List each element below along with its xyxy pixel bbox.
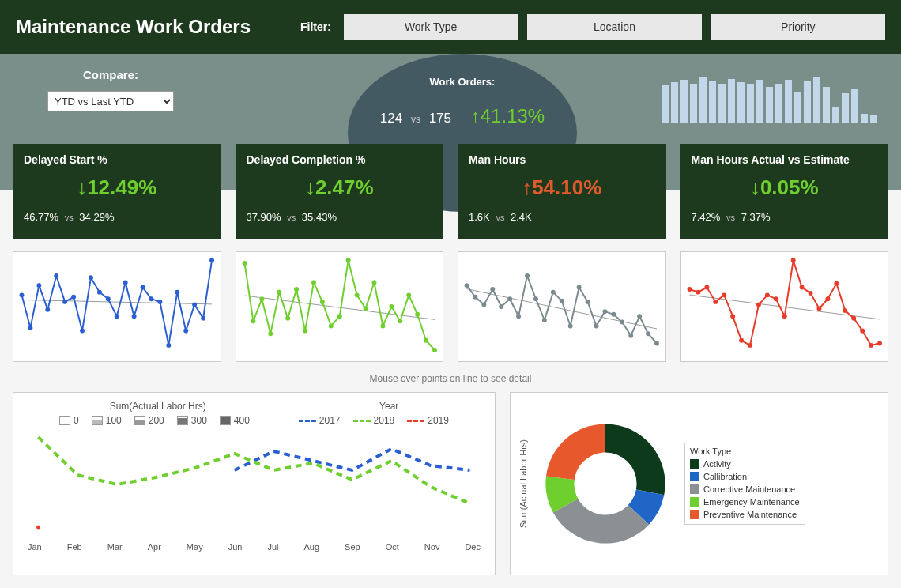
- svg-point-92: [851, 316, 856, 321]
- kpi-delayed-start[interactable]: Delayed Start % ↓12.49% 46.77% vs 34.29%: [13, 144, 221, 239]
- svg-point-47: [432, 348, 437, 352]
- svg-point-14: [132, 314, 137, 318]
- legend-size-title: Sum(Actual Labor Hrs): [110, 401, 206, 412]
- svg-point-87: [808, 291, 812, 296]
- size-legend-item: 200: [149, 415, 164, 426]
- filter-location-button[interactable]: Location: [527, 14, 701, 40]
- kpi-a: 7.42%: [692, 211, 721, 223]
- hover-hint: Mouse over points on line to see detail: [0, 373, 901, 384]
- svg-point-36: [337, 314, 341, 318]
- svg-point-52: [490, 287, 495, 292]
- svg-point-80: [748, 343, 752, 348]
- svg-point-97: [574, 452, 636, 514]
- year-legend-item: 2019: [428, 415, 449, 426]
- sparkline-delayed-completion[interactable]: [236, 251, 444, 362]
- kpi-a: 1.6K: [469, 211, 490, 223]
- svg-point-23: [209, 258, 214, 262]
- svg-point-68: [628, 334, 633, 338]
- svg-point-27: [259, 296, 264, 301]
- svg-point-93: [860, 329, 865, 334]
- compare-block: Compare: YTD vs Last YTD: [0, 68, 221, 111]
- svg-point-41: [380, 323, 385, 328]
- kpi-pct: ↓2.47%: [247, 175, 433, 200]
- svg-point-7: [71, 295, 76, 300]
- svg-point-15: [141, 285, 145, 290]
- vs-label: vs: [65, 213, 74, 222]
- compare-select[interactable]: YTD vs Last YTD: [47, 91, 174, 111]
- kpi-title: Man Hours Actual vs Estimate: [692, 153, 878, 166]
- svg-point-65: [602, 309, 607, 314]
- header: Maintenance Work Orders Filter: Work Typ…: [0, 0, 901, 54]
- svg-point-63: [586, 300, 590, 304]
- svg-point-55: [516, 314, 521, 318]
- svg-point-64: [594, 323, 599, 328]
- svg-point-22: [201, 316, 205, 321]
- svg-point-25: [242, 261, 247, 266]
- svg-point-90: [834, 281, 839, 286]
- filter-priority-button[interactable]: Priority: [711, 14, 885, 40]
- svg-point-13: [123, 280, 128, 285]
- svg-point-86: [799, 285, 804, 290]
- month-axis: JanFebMarAprMayJunJulAugSepOctNovDec: [23, 542, 485, 552]
- kpi-pct: ↓12.49%: [24, 175, 210, 200]
- size-legend-item: 0: [74, 415, 79, 426]
- filter-buttons: Work Type Location Priority: [344, 14, 885, 40]
- monthly-labor-chart[interactable]: Sum(Actual Labor Hrs) Year 0 100 200 300…: [13, 392, 496, 575]
- svg-point-62: [577, 285, 582, 290]
- svg-point-56: [525, 273, 530, 278]
- svg-point-58: [542, 318, 547, 322]
- svg-point-45: [415, 312, 420, 317]
- svg-point-39: [363, 306, 368, 311]
- svg-point-38: [354, 292, 359, 297]
- svg-point-53: [499, 304, 503, 309]
- svg-point-30: [285, 316, 290, 321]
- pie-ylabel: Sum(Actual Labor Hrs): [518, 439, 528, 528]
- svg-point-31: [294, 287, 299, 292]
- svg-point-82: [764, 292, 769, 297]
- vs-label: vs: [287, 213, 296, 222]
- svg-point-77: [722, 292, 726, 297]
- page-title: Maintenance Work Orders: [16, 16, 300, 38]
- svg-point-76: [713, 300, 718, 304]
- svg-point-42: [389, 304, 394, 309]
- svg-point-17: [157, 300, 162, 304]
- vs-label: vs: [726, 213, 735, 222]
- svg-point-51: [481, 303, 486, 307]
- svg-point-35: [328, 323, 333, 328]
- legend-year-title: Year: [379, 401, 398, 412]
- year-legend-item: 2018: [374, 415, 395, 426]
- svg-point-21: [192, 303, 197, 307]
- filter-worktype-button[interactable]: Work Type: [344, 14, 518, 40]
- kpi-row: Delayed Start % ↓12.49% 46.77% vs 34.29%…: [13, 144, 888, 239]
- sparkline-man-hours-estimate[interactable]: [680, 251, 889, 362]
- kpi-title: Man Hours: [469, 153, 655, 166]
- svg-point-8: [80, 329, 85, 334]
- work-orders-a: 124: [380, 111, 402, 126]
- kpi-title: Delayed Completion %: [247, 153, 433, 166]
- svg-point-70: [646, 331, 650, 336]
- svg-point-67: [620, 320, 624, 325]
- size-legend-item: 100: [106, 415, 122, 426]
- kpi-b: 35.43%: [302, 211, 337, 223]
- kpi-man-hours[interactable]: Man Hours ↑54.10% 1.6K vs 2.4K: [458, 144, 666, 239]
- filter-label: Filter:: [300, 21, 331, 33]
- kpi-compare: 37.90% vs 35.43%: [247, 211, 433, 223]
- svg-point-83: [773, 296, 778, 301]
- kpi-b: 7.37%: [741, 211, 771, 223]
- svg-point-2: [28, 326, 32, 330]
- kpi-man-hours-estimate[interactable]: Man Hours Actual vs Estimate ↓0.05% 7.42…: [680, 144, 889, 239]
- svg-point-10: [97, 290, 102, 295]
- svg-point-37: [345, 258, 350, 262]
- kpi-delayed-completion[interactable]: Delayed Completion % ↓2.47% 37.90% vs 35…: [236, 144, 444, 239]
- svg-point-9: [89, 275, 93, 280]
- sparkline-man-hours[interactable]: [458, 251, 666, 362]
- svg-point-81: [756, 303, 760, 307]
- sparkline-delayed-start[interactable]: [13, 251, 221, 362]
- kpi-pct: ↓0.05%: [692, 175, 878, 200]
- worktype-pie-chart[interactable]: Sum(Actual Labor Hrs) Work Type Activity…: [510, 392, 888, 575]
- svg-point-28: [268, 331, 273, 336]
- svg-point-4: [45, 307, 50, 312]
- svg-point-18: [166, 343, 171, 348]
- legends: 0 100 200 300 400 2017 2018 2019: [23, 415, 485, 426]
- bottom-charts: Sum(Actual Labor Hrs) Year 0 100 200 300…: [13, 392, 888, 575]
